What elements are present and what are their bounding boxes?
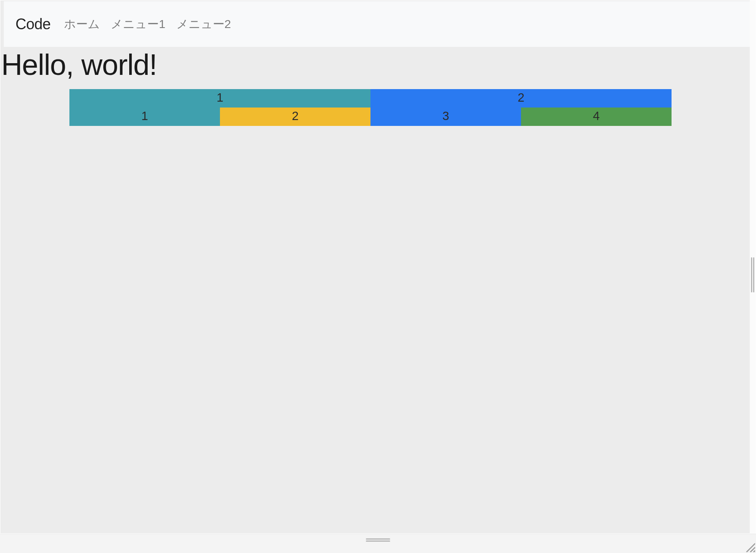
nav-links: ホーム メニュー1 メニュー2 xyxy=(64,16,231,32)
grid-cell: 2 xyxy=(220,108,370,126)
grid-cell: 2 xyxy=(370,89,672,108)
nav-link-menu2[interactable]: メニュー2 xyxy=(176,16,231,32)
grid-cell: 1 xyxy=(69,108,220,126)
preview-pane: Code ホーム メニュー1 メニュー2 Hello, world! 1 2 1… xyxy=(0,0,756,534)
vertical-scrollbar-thumb[interactable] xyxy=(750,257,755,292)
svg-line-2 xyxy=(753,550,755,552)
grid-container: 1 2 1 2 3 4 xyxy=(69,89,672,126)
brand[interactable]: Code xyxy=(15,15,51,33)
resize-grip-icon[interactable] xyxy=(744,541,755,552)
grid-row-2: 1 2 3 4 xyxy=(69,108,672,126)
nav-link-menu1[interactable]: メニュー1 xyxy=(111,16,166,32)
navbar: Code ホーム メニュー1 メニュー2 xyxy=(4,1,750,47)
horizontal-splitter-handle[interactable] xyxy=(366,538,390,543)
grid-row-1: 1 2 xyxy=(69,89,672,108)
grid-cell: 3 xyxy=(370,108,521,126)
content: Hello, world! 1 2 1 2 3 4 xyxy=(0,47,750,126)
nav-link-home[interactable]: ホーム xyxy=(64,16,100,32)
bottom-panel xyxy=(0,534,756,553)
vertical-scrollbar[interactable] xyxy=(750,0,756,534)
grid-cell: 4 xyxy=(521,108,672,126)
page-heading: Hello, world! xyxy=(1,48,750,82)
grid-cell: 1 xyxy=(69,89,370,108)
